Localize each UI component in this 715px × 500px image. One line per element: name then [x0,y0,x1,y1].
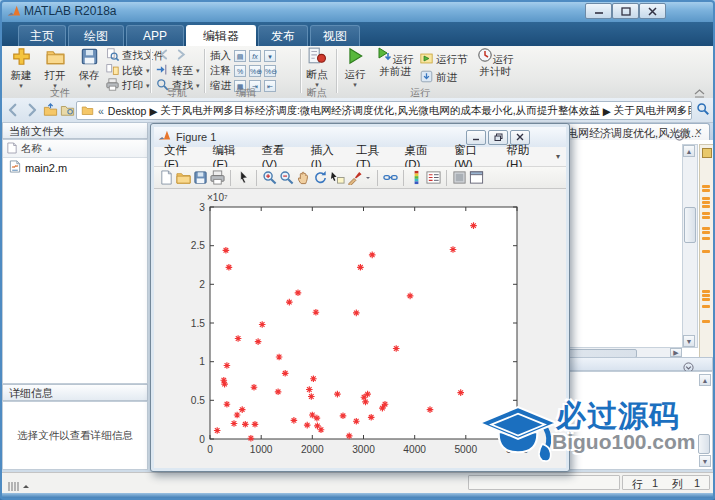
figure-menu-item-6[interactable]: 桌面(D) [404,143,440,170]
matlab-logo-icon [7,4,21,22]
crumb-collapse[interactable]: « [98,105,104,117]
up-folder-icon[interactable] [43,103,58,121]
ribbon-tab-3[interactable]: APP [126,25,184,46]
folder-icon [81,104,94,118]
details-placeholder: 选择文件以查看详细信息 [17,429,133,443]
file-row-main2[interactable]: main2.m [3,158,147,177]
run-button[interactable]: 运行▾ [340,47,370,88]
save-icon[interactable] [193,170,208,185]
biguo-watermark: 必过源码 Biguo100.com [476,396,712,468]
ribbon-tab-4[interactable]: 编辑器 [186,25,256,46]
insert-colorbar-icon[interactable] [409,170,424,185]
hide-plot-tools-icon[interactable] [452,170,467,185]
analyzer-mark[interactable] [702,237,710,240]
run-advance-button[interactable]: 运行并前进 [374,47,416,77]
analyzer-mark[interactable] [702,294,710,297]
comment-row[interactable]: 注释%%⊕%⊖ [210,63,276,78]
figure-menu-item-3[interactable]: 查看(V) [262,143,297,170]
advance-button[interactable]: 前进 [420,70,457,85]
tab-menu-icon[interactable] [674,127,685,145]
editor-vscrollbar[interactable]: ▲ ▼ [682,144,698,348]
zoom-in-icon[interactable] [262,170,277,185]
matlab-desktop: { "window": { "title": "MATLAB R2018a", … [0,0,715,500]
cursor-icon[interactable] [236,170,251,185]
scroll-down-icon[interactable]: ▼ [683,335,695,347]
brush-icon[interactable] [347,170,362,185]
tab-close-icon[interactable]: × [695,125,702,139]
breadcrumb[interactable]: « Desktop ▶ 关于风电并网多目标经济调度:微电网经济调度优化,风光微电… [76,101,692,120]
analyzer-mark[interactable] [702,212,710,215]
crumb-folder[interactable]: 关于风电并网多目标经济调度:微电网经济调度优化,风光微电网的成本最小化,从而提升… [160,104,599,118]
breakpoints-button[interactable]: 断点▾ [302,47,332,88]
zoom-out-icon[interactable] [279,170,294,185]
open-button[interactable]: 打开▾ [38,47,72,89]
link-plots-icon[interactable] [383,170,398,185]
insert-legend-icon[interactable] [426,170,441,185]
find-files-button[interactable]: 查找文件 [106,48,164,63]
analyzer-status-box[interactable] [702,148,712,158]
pan-icon[interactable] [296,170,311,185]
ribbon-tab-1[interactable]: 主页 [18,25,66,46]
analyzer-mark[interactable] [702,231,710,234]
run-time-button[interactable]: 运行并计时 [474,47,516,77]
address-search-icon[interactable] [696,102,710,120]
scroll-up-icon[interactable]: ▲ [683,145,695,157]
analyzer-mark[interactable] [702,205,710,208]
maximize-button[interactable] [612,3,639,19]
analyzer-mark[interactable] [702,290,710,293]
analyzer-mark[interactable] [702,305,710,308]
analyzer-mark[interactable] [702,227,710,230]
address-dropdown-icon[interactable]: ▾ [679,106,683,115]
run-advance-icon [377,53,393,65]
new-script-button[interactable]: 新建▾ [4,47,38,89]
analyzer-mark[interactable] [702,216,710,219]
rotate-3d-icon[interactable] [313,170,328,185]
figure-menu-item-2[interactable]: 编辑(E) [213,143,248,170]
figure-menu-item-4[interactable]: 插入(I) [311,143,342,170]
title-bar: MATLAB R2018a [0,0,715,22]
col-label: 列 [672,477,683,492]
figure-menu-item-1[interactable]: 文件(F) [164,143,199,170]
dropdown-icon[interactable] [364,174,372,182]
close-button[interactable] [639,3,666,19]
analyzer-mark[interactable] [702,250,710,253]
figure-menu-item-8[interactable]: 帮助(H) [506,143,542,170]
print-icon[interactable] [210,170,225,185]
nav-back-button[interactable] [158,48,187,63]
current-folder-header[interactable]: 当前文件夹 [2,122,148,139]
compare-button[interactable]: 比较 ▾ [106,63,150,78]
analyzer-mark[interactable] [702,298,710,301]
scroll-right-icon[interactable]: ▶ [670,348,682,357]
analyzer-mark[interactable] [702,185,710,188]
code-analyzer-strip[interactable] [699,144,714,386]
figure-menu-item-7[interactable]: 窗口(W) [454,143,492,170]
analyzer-mark[interactable] [702,320,710,323]
details-header[interactable]: 详细信息 [2,384,148,401]
back-icon[interactable] [6,103,21,121]
cmd-scroll-up-icon[interactable]: ▲ [699,374,711,386]
analyzer-mark[interactable] [702,189,710,192]
data-cursor-icon[interactable] [330,170,345,185]
analyzer-mark[interactable] [702,201,710,204]
browse-folder-icon[interactable] [60,103,75,121]
menu-overflow-icon[interactable]: ▾ [556,152,560,161]
svg-text:2.5: 2.5 [191,240,205,251]
dock-figure-icon[interactable] [469,170,484,185]
ribbon-tab-6[interactable]: 视图 [310,25,360,46]
analyzer-mark[interactable] [702,197,710,200]
forward-icon[interactable] [24,103,39,121]
crumb-root[interactable]: Desktop [108,105,147,117]
figure-menu-item-5[interactable]: 工具(T) [356,143,391,170]
insert-row[interactable]: 插入▤fx▾ [210,48,276,63]
run-section-button[interactable]: 运行节 [420,52,468,67]
print-button[interactable]: 打印 ▾ [106,78,150,93]
ribbon-tab-5[interactable]: 发布 [258,25,308,46]
new-doc-icon[interactable] [159,170,174,185]
ribbon-tab-2[interactable]: 绘图 [68,25,124,46]
goto-button[interactable]: 转至 ▾ [156,63,200,78]
vscroll-thumb[interactable] [684,207,696,243]
minimize-button[interactable] [585,3,612,19]
open-folder-icon[interactable] [176,170,191,185]
save-button[interactable]: 保存▾ [72,47,106,89]
name-column-header[interactable]: 名称 ▲ [3,140,147,158]
